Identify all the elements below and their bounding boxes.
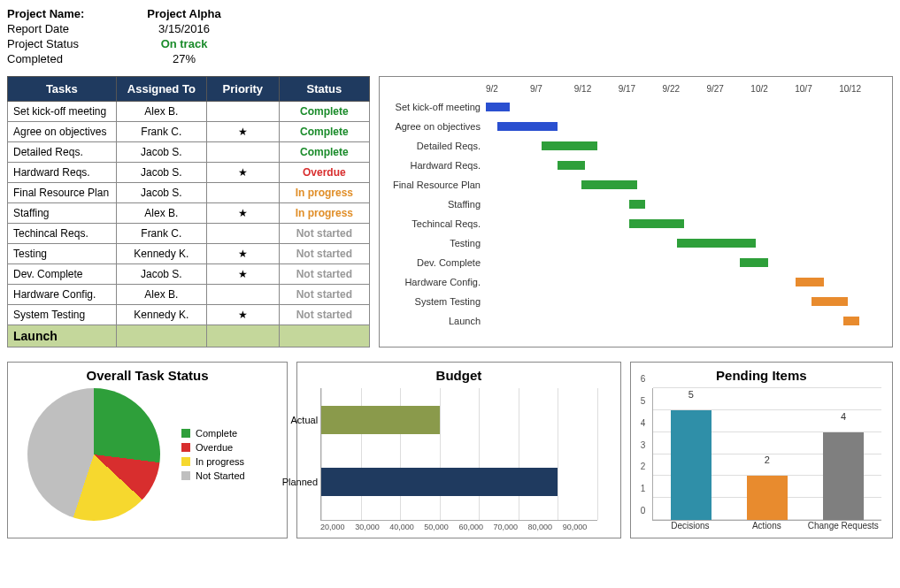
task-name-cell: Final Resource Plan [8,183,117,203]
gantt-row: Staffing [388,195,883,214]
legend-swatch [181,429,190,438]
gantt-bar [843,317,859,325]
budget-bar-label: Actual [277,415,318,425]
gantt-row-label: Final Resource Plan [388,179,486,190]
budget-tick: 30,000 [355,523,389,531]
gantt-tick: 9/7 [530,84,574,94]
budget-tick: 90,000 [563,523,597,531]
gantt-row: Set kick-off meeting [388,97,883,117]
status-cell: Not started [279,305,369,325]
pending-ytick: 4 [641,417,646,427]
completed-value: 27% [140,52,228,65]
pending-xlabel: Change Requests [805,521,881,531]
status-cell: Complete [279,102,369,122]
table-row: TestingKennedy K.★Not started [8,244,370,264]
pending-xlabels: DecisionsActionsChange Requests [652,521,881,531]
gantt-bar [497,122,557,131]
assigned-cell: Frank C. [116,122,206,142]
gantt-row: System Testing [388,292,883,311]
legend-label: Overdue [196,442,233,453]
pie-graphic [27,388,160,521]
gantt-track [486,101,883,113]
gantt-track [486,276,883,288]
assigned-cell: Frank C. [116,224,206,244]
table-row: Dev. CompleteJacob S.★Not started [8,264,370,285]
budget-xticks: 20,00030,00040,00050,00060,00070,00080,0… [320,523,597,531]
launch-label: Launch [8,325,117,347]
status-cell: Complete [279,142,369,163]
star-icon: ★ [238,126,248,138]
col-assigned: Assigned To [116,77,206,102]
pending-items-chart: Pending Items 0123456524 DecisionsAction… [630,362,893,538]
star-icon: ★ [238,248,248,260]
legend-item: Complete [181,428,245,439]
pending-gridline [653,387,881,388]
table-row: Agree on objectivesFrank C.★Complete [8,122,370,142]
legend-item: In progress [181,456,245,467]
pending-value-label: 4 [823,411,864,422]
col-priority: Priority [206,77,279,102]
priority-cell [206,142,279,163]
task-name-cell: Agree on objectives [8,122,117,142]
gantt-row: Hardware Config. [388,272,883,292]
assigned-cell: Alex B. [116,203,206,224]
priority-cell: ★ [206,305,279,325]
gantt-track [486,159,883,172]
priority-cell [206,102,279,122]
budget-bar [321,406,440,434]
budget-title: Budget [303,368,615,383]
gantt-track [486,295,883,308]
gantt-row-label: Techincal Reqs. [388,218,486,229]
table-row: Techincal Reqs.Frank C.Not started [8,224,370,244]
completed-label: Completed [7,52,140,65]
task-name-cell: Testing [8,244,117,264]
status-cell: Complete [279,122,369,142]
assigned-cell: Jacob S. [116,183,206,203]
pie-title: Overall Task Status [13,368,281,383]
legend-label: Not Started [196,470,245,481]
pending-title: Pending Items [636,368,887,383]
budget-tick: 40,000 [389,523,424,531]
task-name-cell: Dev. Complete [8,264,117,285]
status-cell: In progress [279,203,369,224]
pie-legend: CompleteOverdueIn progressNot Started [181,424,245,485]
budget-gridline [597,388,598,520]
pending-value-label: 2 [747,454,788,465]
star-icon: ★ [238,309,248,321]
gantt-bar [581,180,637,189]
overall-task-status-chart: Overall Task Status CompleteOverdueIn pr… [7,362,288,538]
gantt-row-label: Testing [388,238,486,248]
pending-ytick: 3 [641,439,646,449]
star-icon: ★ [238,268,248,280]
budget-tick: 50,000 [424,523,458,531]
task-name-cell: Staffing [8,203,117,224]
pending-ytick: 0 [641,506,646,515]
priority-cell: ★ [206,244,279,264]
budget-bar-label: Planned [277,477,318,487]
gantt-axis: 9/29/79/129/179/229/2710/210/710/12 [486,84,883,94]
gantt-row-label: Launch [388,316,486,326]
priority-cell [206,183,279,203]
gantt-track [486,256,883,269]
priority-cell: ★ [206,264,279,285]
gantt-row: Final Resource Plan [388,175,883,195]
project-header: Project Name: Project Alpha Report Date … [7,7,893,65]
status-cell: In progress [279,183,369,203]
budget-chart: Budget ActualPlanned 20,00030,00040,0005… [296,362,621,538]
pending-bar [747,476,788,520]
priority-cell [206,224,279,244]
gantt-row-label: Hardware Config. [388,277,486,287]
task-name-cell: Hardware Config. [8,285,117,305]
gantt-row: Detailed Reqs. [388,136,883,156]
priority-cell [206,285,279,305]
assigned-cell: Alex B. [116,285,206,305]
gantt-tick: 9/17 [619,84,663,94]
status-cell: Not started [279,264,369,285]
priority-cell: ★ [206,163,279,183]
gantt-track [486,218,883,230]
gantt-bar [812,297,847,306]
assigned-cell: Kennedy K. [116,305,206,325]
table-row: Final Resource PlanJacob S.In progress [8,183,370,203]
legend-label: In progress [196,456,244,467]
status-cell: Not started [279,244,369,264]
